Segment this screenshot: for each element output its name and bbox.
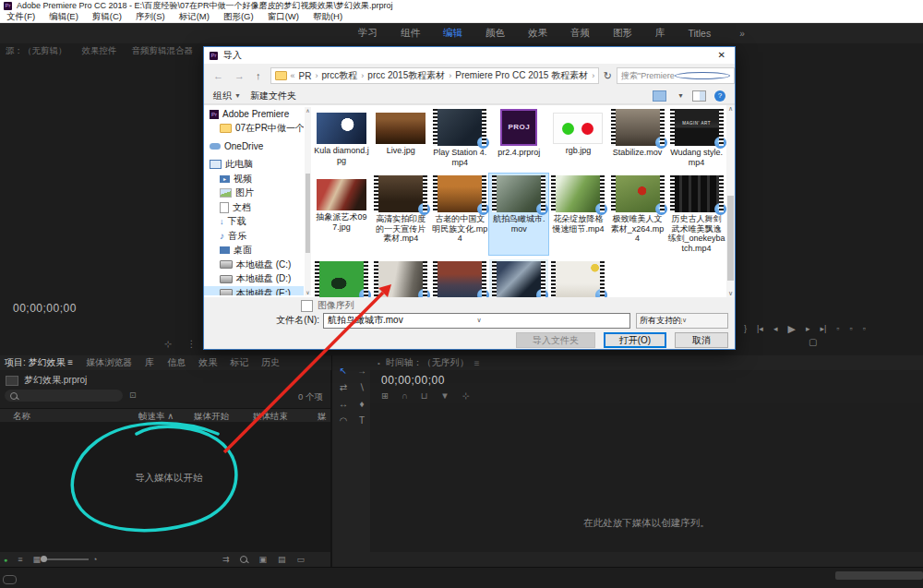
project-tab-other[interactable]: 效果 [198,356,217,369]
new-folder-button[interactable]: 新建文件夹 [250,90,296,102]
automate-to-sequence-icon[interactable]: ⇉ [222,555,230,564]
breadcrumb-segment[interactable]: prcc 2015教程素材 [367,69,445,82]
project-tab-other[interactable]: 历史 [261,356,280,369]
monitor-tab[interactable]: 音频剪辑混合器 [132,45,194,58]
file-tile[interactable]: ▶Play Station 4.mp4 [430,107,489,169]
settings-wrench-icon[interactable]: ⊹ [164,339,172,349]
project-search-input[interactable] [5,390,123,402]
type-tool[interactable]: T [354,413,370,427]
breadcrumb-segment[interactable]: PR [299,71,312,81]
breadcrumb-segment[interactable]: Premiere Pro CC 2015 教程素材 [455,69,588,82]
menu-item-文[interactable]: 文件(F) [6,11,35,23]
workspace-tab-Titles[interactable]: Titles [689,28,712,39]
monitor-tab[interactable]: 效果控件 [82,45,117,58]
thumbnail-zoom-slider[interactable] [44,558,89,560]
timeline-tab[interactable]: • 时间轴：（无序列） ≡ [370,355,923,370]
ripple-edit-tool[interactable]: ⇄ [335,379,352,394]
sidebar-item-desktop[interactable]: 桌面 [204,244,304,258]
project-tab-active[interactable]: 项目: 梦幻效果 ≡ [5,356,73,369]
sidebar-item-music[interactable]: ♪音乐 [204,229,304,244]
timeline-drop-area[interactable]: 在此处放下媒体以创建序列。 [370,403,923,552]
panel-menu-icon[interactable]: ≡ [474,358,480,368]
insert-overwrite-icon[interactable]: ⊞ [381,390,389,401]
go-to-out-icon[interactable]: ▸| [820,324,826,333]
chevron-down-icon[interactable]: ∨ [477,317,627,324]
slip-tool[interactable]: ↔ [335,396,352,411]
import-media-hint[interactable]: 导入媒体以开始 [135,472,203,485]
list-view-icon[interactable]: ≡ [18,555,22,564]
sidebar-item-drive[interactable]: 本地磁盘 (C:) [204,258,304,272]
file-tile[interactable]: ▶绿布背景外国男人打开手机.mov [312,259,371,297]
preview-pane-icon[interactable] [692,90,706,102]
sidebar-item-drive[interactable]: 本地磁盘 (E:) [204,286,304,295]
project-empty-area[interactable] [0,422,330,552]
file-tile[interactable]: ▶唐皇宫外景.mov [430,259,489,297]
monitor-tab[interactable]: 源：（无剪辑） [6,45,67,58]
menu-item-帮[interactable]: 帮助(H) [313,11,342,23]
sidebar-item-video[interactable]: ▸视频 [204,172,304,186]
project-file-row[interactable]: 梦幻效果.prproj [6,374,87,387]
filetype-select[interactable]: 所有支持的媒体 (*.264;*.3G2;* ∨ [636,313,728,329]
file-grid-scrollbar[interactable]: ∧ ∨ [726,105,735,297]
timeline-settings-icon[interactable]: ⊹ [462,390,470,401]
project-tab-other[interactable]: 信息 [167,356,186,369]
linked-selection-icon[interactable]: ⊔ [421,390,427,401]
razor-tool[interactable]: ∖ [354,379,370,394]
horizontal-scrollbar[interactable] [835,571,923,580]
scroll-up-icon[interactable]: ∧ [305,107,311,114]
breadcrumb[interactable]: «PR›prcc教程›prcc 2015教程素材›Premiere Pro CC… [270,67,599,84]
menu-item-剪[interactable]: 剪辑(C) [92,11,122,23]
file-tile[interactable]: 抽象派艺术097.jpg [312,174,371,255]
chevron-down-icon[interactable]: ∨ [598,71,599,81]
step-forward-icon[interactable]: ▸ [806,324,810,333]
workspace-tab-组件[interactable]: 组件 [401,27,420,40]
file-tile[interactable]: ▶古老的中国文明民族文化.mp4 [430,174,489,255]
project-tab-other[interactable]: 标记 [230,356,248,369]
sidebar-item-document[interactable]: 文档 [204,200,304,215]
snap-icon[interactable]: ∩ [402,390,408,401]
scroll-down-icon[interactable]: ∨ [305,289,311,295]
change-view-icon[interactable] [653,90,666,102]
file-tile[interactable]: rgb.jpg [548,107,607,169]
import-folder-button[interactable]: 导入文件夹 [516,332,595,348]
step-back-icon[interactable]: ◂ [773,324,778,333]
scroll-up-icon[interactable]: ∧ [726,105,735,113]
more-options-icon[interactable]: ⋮ [186,339,196,349]
project-tab-other[interactable]: 媒体浏览器 [86,356,132,369]
go-to-in-icon[interactable]: |◂ [757,324,763,333]
menu-item-序[interactable]: 序列(S) [136,11,165,23]
track-select-forward-tool[interactable]: → [354,363,370,378]
scroll-down-icon[interactable]: ∨ [726,290,735,297]
sidebar-item-onedrive[interactable]: OneDrive [204,139,304,154]
sidebar-item-drive[interactable]: 本地磁盘 (D:) [204,272,304,287]
file-tile[interactable]: ▶书法实拍.mov [371,259,430,297]
mark-out-icon[interactable]: } [744,324,747,333]
sidebar-item-folder[interactable]: 07在PR中做一个 [204,122,304,137]
add-marker-icon[interactable]: ▼ [440,390,449,401]
file-tile[interactable]: Kula diamond.jpg [312,107,371,169]
workspace-tab-学习[interactable]: 学习 [358,27,378,40]
lift-icon[interactable]: ▫ [836,324,839,333]
menu-item-图[interactable]: 图形(G) [223,11,254,23]
export-frame-icon[interactable]: ▫ [863,324,866,333]
search-input[interactable]: 搜索"Premiere Pro CC 2015... [617,67,735,84]
file-tile[interactable]: MAGIN' ART▶Wudang style.mp4 [667,107,726,169]
workspace-tab-图形[interactable]: 图形 [613,27,632,40]
sidebar-item-premiere[interactable]: PrAdobe Premiere [204,107,304,122]
workspace-tab-库[interactable]: 库 [655,27,665,40]
menu-item-编[interactable]: 编辑(E) [49,11,78,23]
forward-button[interactable]: → [234,70,245,81]
search-options-icon[interactable]: ⊡ [129,390,137,400]
chevron-down-icon[interactable]: ▼ [677,92,684,99]
image-sequence-checkbox[interactable] [301,300,313,312]
workspace-tab-编辑[interactable]: 编辑 [443,27,462,40]
close-icon[interactable]: ✕ [718,50,725,60]
file-tile[interactable]: ▶历史古人舞剑武术唯美飘逸练剑_onekeybatch.mp4 [667,174,726,255]
help-icon[interactable]: ? [714,90,725,102]
sidebar-item-pc[interactable]: 此电脑 [204,158,304,173]
file-tile[interactable]: PROJpr2.4.prproj [489,107,548,169]
folder-tree-scrollbar[interactable]: ∧ ∨ [305,107,311,295]
file-tile[interactable]: ▶花朵绽放降格慢速细节.mp4 [548,174,607,255]
export-frame-button[interactable]: ▢ [809,337,817,347]
workspace-tab-效果[interactable]: 效果 [528,27,547,40]
